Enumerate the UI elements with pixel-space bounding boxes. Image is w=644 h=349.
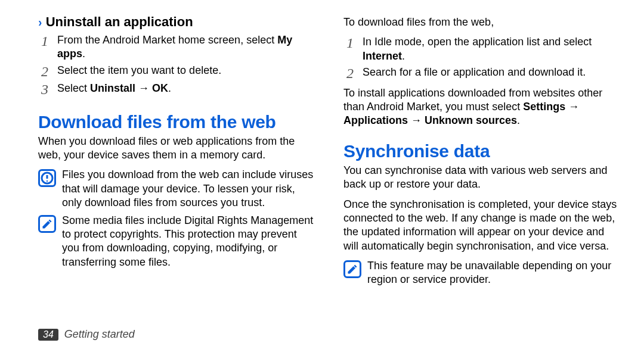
page-footer: 34 Getting started — [38, 328, 135, 341]
subheading-text: Uninstall an application — [46, 14, 193, 30]
step-row: 2 Select the item you want to delete. — [38, 64, 315, 79]
step-text: In Idle mode, open the application list … — [363, 35, 620, 63]
step-text: From the Android Market home screen, sel… — [57, 33, 315, 61]
right-column: To download files from the web, 1 In Idl… — [343, 14, 620, 291]
install-note: To install applications downloaded from … — [343, 86, 620, 128]
warning-icon — [38, 169, 56, 187]
step-number: 2 — [343, 66, 357, 81]
svg-point-2 — [47, 180, 48, 182]
availability-note: This feature may be unavailable dependin… — [343, 259, 620, 287]
heading-download-files: Download files from the web — [38, 112, 315, 132]
uninstall-steps: 1 From the Android Market home screen, s… — [38, 33, 315, 98]
step-number: 1 — [343, 35, 357, 63]
note-icon — [343, 260, 361, 278]
warning-note: Files you download from the web can incl… — [38, 168, 315, 210]
sync-paragraph-2: Once the synchronisation is completed, y… — [343, 198, 620, 254]
drm-text: Some media files include Digital Rights … — [62, 214, 315, 270]
warning-text: Files you download from the web can incl… — [62, 168, 315, 210]
download-steps: 1 In Idle mode, open the application lis… — [343, 35, 620, 81]
download-intro: When you download files or web applicati… — [38, 135, 315, 163]
step-row: 1 In Idle mode, open the application lis… — [343, 35, 620, 63]
download-lead: To download files from the web, — [343, 15, 620, 29]
note-icon — [38, 215, 56, 233]
heading-synchronise: Synchronise data — [343, 141, 620, 161]
step-text: Search for a file or application and dow… — [363, 66, 620, 81]
availability-text: This feature may be unavailable dependin… — [367, 259, 620, 287]
step-row: 2 Search for a file or application and d… — [343, 66, 620, 81]
sync-paragraph-1: You can synchronise data with various we… — [343, 164, 620, 192]
step-text: Select the item you want to delete. — [57, 64, 315, 79]
page-columns: › Uninstall an application 1 From the An… — [38, 14, 620, 291]
step-row: 3 Select Uninstall → OK. — [38, 82, 315, 97]
left-column: › Uninstall an application 1 From the An… — [38, 14, 315, 291]
step-number: 1 — [38, 33, 51, 61]
step-number: 2 — [38, 64, 51, 79]
chevron-icon: › — [38, 15, 42, 29]
footer-section: Getting started — [64, 328, 135, 341]
step-row: 1 From the Android Market home screen, s… — [38, 33, 315, 61]
step-number: 3 — [38, 82, 51, 97]
subheading-uninstall: › Uninstall an application — [38, 14, 315, 30]
step-text: Select Uninstall → OK. — [57, 82, 315, 97]
drm-note: Some media files include Digital Rights … — [38, 214, 315, 270]
page-number: 34 — [38, 329, 58, 341]
